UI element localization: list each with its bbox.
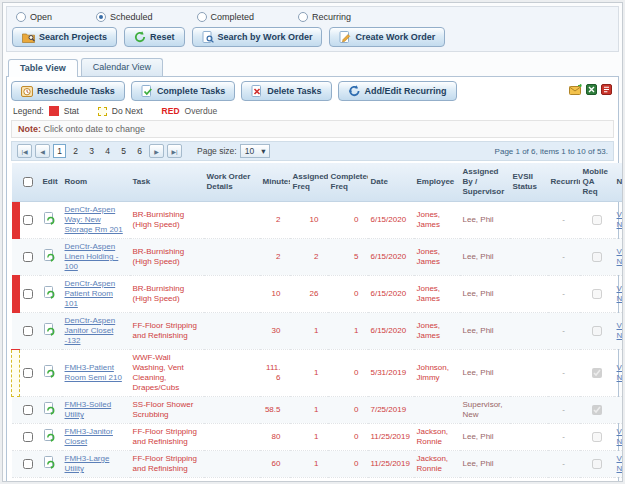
column-header-assigned-freq[interactable]: Assigned Freq [290,163,328,202]
column-header-mobile-qa-req[interactable]: Mobile QA Req [580,163,614,202]
edit-icon[interactable] [43,329,56,338]
reset-button[interactable]: Reset [124,27,185,47]
column-header-recurring[interactable]: Recurring [548,163,580,202]
page-3-button[interactable]: 3 [85,145,98,157]
date-cell[interactable]: 11/25/2019 [368,478,414,483]
select-all-checkbox[interactable] [23,177,33,187]
recurring-icon [348,85,361,97]
row-select-checkbox[interactable] [23,252,33,262]
mail-export-icon[interactable] [569,84,582,95]
view-note-link[interactable]: View Note [617,210,624,229]
column-header-room[interactable]: Room [62,163,130,202]
view-note-link[interactable]: View Note [617,454,624,473]
edit-icon[interactable] [43,435,56,444]
delete-tasks-button[interactable]: Delete Tasks [241,81,331,101]
complete-icon [141,85,153,97]
search-by-work-order-button[interactable]: Search by Work Order [192,27,323,47]
row-select-checkbox[interactable] [23,215,33,225]
column-header-work-order-details[interactable]: Work Order Details [204,163,260,202]
column-header-task[interactable]: Task [130,163,204,202]
column-header-note[interactable]: Note [614,163,624,202]
tab-table-view[interactable]: Table View [8,59,78,77]
date-cell[interactable]: 6/15/2020 [368,202,414,239]
search-projects-button[interactable]: Search Projects [12,27,117,47]
task-cell: FF-Floor Stripping and Refinishing [130,424,204,451]
next-page-button[interactable]: ▶ [149,144,164,158]
row-select-checkbox[interactable] [23,326,33,336]
evsii-status-cell [510,424,548,451]
edit-icon[interactable] [43,218,56,227]
view-note-link[interactable]: View Note [617,363,624,382]
room-link[interactable]: DenCtr-Aspen Janitor Closet -132 [65,316,116,345]
date-cell[interactable]: 7/25/2019 [368,397,414,424]
page-5-button[interactable]: 5 [117,145,130,157]
room-link[interactable]: FMH3-Soiled Utility [65,400,112,419]
note-cell: View Note [614,424,624,451]
page-4-button[interactable]: 4 [101,145,114,157]
room-link[interactable]: DenCtr-Aspen Patient Room 101 [65,279,116,308]
note-cell: View Note [614,313,624,350]
status-filter-recurring[interactable]: Recurring [298,12,351,22]
complete-tasks-button[interactable]: Complete Tasks [131,81,235,101]
edit-icon[interactable] [43,255,56,264]
create-work-order-button[interactable]: Create Work Order [329,27,445,47]
note-text: Click onto date to change [44,124,146,134]
reschedule-tasks-button[interactable]: Reschedule Tasks [11,81,125,101]
first-page-button[interactable]: |◀ [17,144,32,158]
room-link[interactable]: FMH3-Janitor Closet [65,427,113,446]
room-link[interactable]: DenCtr-Aspen Way: New Storage Rm 201 [65,205,123,234]
room-link[interactable]: DenCtr-Aspen Linen Holding - 100 [65,242,119,271]
date-cell[interactable]: 11/25/2019 [368,451,414,478]
view-note-link[interactable]: View Note [617,321,624,340]
view-note-link[interactable]: View Note [617,481,624,482]
prev-page-button[interactable]: ◀ [35,144,50,158]
edit-icon[interactable] [43,292,56,301]
tab-calendar-view[interactable]: Calendar View [81,58,163,76]
room-link[interactable]: FMH3-Patient Room Semi 210 [65,363,122,382]
edit-icon[interactable] [43,462,56,471]
row-select-checkbox[interactable] [23,289,33,299]
row-select-checkbox[interactable] [23,459,33,469]
column-header-assigned-by-supervisor[interactable]: Assigned By / Supervisor [460,163,510,202]
room-link[interactable]: FMH3-Exam Room [65,481,110,482]
row-select-checkbox[interactable] [23,432,33,442]
status-filter-completed[interactable]: Completed [197,12,255,22]
date-cell[interactable]: 5/31/2019 [368,350,414,397]
row-status-none [12,478,20,483]
date-cell[interactable]: 6/15/2020 [368,313,414,350]
status-filter-scheduled[interactable]: Scheduled [96,12,153,22]
edit-icon[interactable] [43,408,56,417]
supervisor-cell: Lee, Phil [460,276,510,313]
page-1-button[interactable]: 1 [53,144,66,158]
column-header-edit[interactable]: Edit [40,163,62,202]
view-note-link[interactable]: View Note [617,247,624,266]
status-filter-open[interactable]: Open [16,12,52,22]
button-label: Search by Work Order [218,32,313,42]
last-page-button[interactable]: ▶| [167,144,182,158]
column-header-date[interactable]: Date [368,163,414,202]
view-note-link[interactable]: View Note [617,427,624,446]
page-2-button[interactable]: 2 [69,145,82,157]
column-header-minutes[interactable]: Minutes [260,163,290,202]
page-6-button[interactable]: 6 [133,145,146,157]
add-edit-recurring-button[interactable]: Add/Edit Recurring [338,81,457,101]
mobile-qa-checkbox [592,459,602,469]
date-cell[interactable]: 11/25/2019 [368,424,414,451]
page-size-select[interactable]: 10▾ [240,144,271,158]
date-cell[interactable]: 6/15/2020 [368,276,414,313]
column-header-evsii-status[interactable]: EVSII Status [510,163,548,202]
column-header-employee[interactable]: Employee [414,163,460,202]
column-header-completed-freq[interactable]: Completed Freq [328,163,368,202]
row-edit-cell [40,451,62,478]
evsii-status-cell [510,397,548,424]
edit-icon[interactable] [43,371,56,380]
date-cell[interactable]: 6/15/2020 [368,239,414,276]
completed-freq-cell: 0 [328,424,368,451]
evsii-status-cell [510,350,548,397]
excel-icon[interactable] [586,84,597,95]
pdf-icon[interactable] [601,84,612,95]
row-select-checkbox[interactable] [23,405,33,415]
row-select-checkbox[interactable] [23,368,33,378]
view-note-link[interactable]: View Note [617,284,624,303]
room-link[interactable]: FMH3-Large Utility [65,454,110,473]
